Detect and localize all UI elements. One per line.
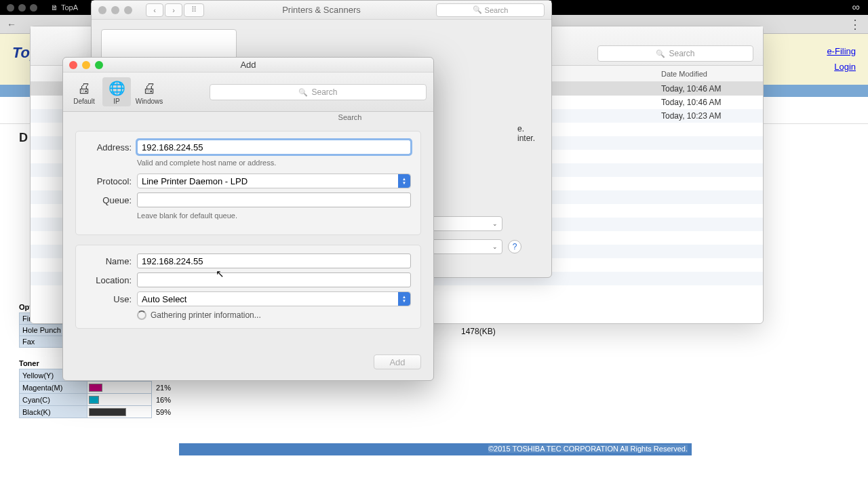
use-select[interactable]: Auto Select [137, 291, 411, 306]
efiling-link[interactable]: e-Filing [827, 46, 856, 56]
browser-tab[interactable]: 🗎 TopA [51, 3, 78, 12]
spinner-icon [137, 310, 146, 320]
menubar-right-icon: ∞ [852, 1, 861, 14]
search-icon [298, 87, 308, 97]
address-label: Address: [85, 142, 132, 152]
toner-row: Black(K)59% [20, 406, 174, 418]
column-date-modified[interactable]: Date Modified [661, 70, 763, 78]
tab-title: TopA [61, 3, 78, 12]
window-controls [7, 4, 37, 12]
queue-hint: Leave blank for default queue. [137, 211, 411, 220]
search-icon [656, 49, 665, 58]
search-icon [473, 5, 482, 14]
name-label: Name: [85, 256, 132, 266]
page-icon: 🗎 [51, 3, 58, 12]
toolbar-ip[interactable]: 🌐 IP [102, 77, 131, 106]
toner-row: Magenta(M)21% [20, 382, 174, 394]
printer-windows-icon: 🖨 [139, 79, 159, 98]
finder-search[interactable]: Search [597, 45, 753, 62]
toner-row: Cyan(C)16% [20, 394, 174, 406]
prefs-hint-text: e. inter. [517, 124, 535, 143]
location-input[interactable] [137, 272, 411, 287]
use-label: Use: [85, 294, 132, 304]
toolbar-search[interactable]: Search [210, 84, 427, 100]
prefs-search[interactable]: Search [436, 3, 545, 17]
search-label: Search [63, 112, 433, 121]
address-input[interactable] [137, 140, 411, 155]
location-label: Location: [85, 275, 132, 285]
toolbar-default[interactable]: 🖨 Default [70, 79, 98, 105]
browser-menu-icon[interactable]: ⋮ [849, 17, 861, 32]
queue-label: Queue: [85, 195, 132, 205]
add-window-title: Add [63, 60, 433, 70]
help-button[interactable]: ? [508, 240, 521, 253]
protocol-label: Protocol: [85, 176, 132, 186]
protocol-select[interactable]: Line Printer Daemon - LPD [137, 174, 411, 188]
globe-icon: 🌐 [106, 79, 127, 98]
add-printer-window: Add 🖨 Default 🌐 IP 🖨 Windows Search Sear… [62, 57, 434, 381]
address-hint: Valid and complete host name or address. [137, 159, 411, 167]
total-size: 1478(KB) [461, 327, 496, 336]
back-button[interactable]: ← [7, 19, 16, 30]
page-footer: ©2015 TOSHIBA TEC CORPORATION All Rights… [179, 443, 692, 455]
login-link[interactable]: Login [827, 62, 856, 72]
toolbar-windows[interactable]: 🖨 Windows [135, 79, 163, 105]
add-button[interactable]: Add [374, 354, 421, 369]
device-heading: D [19, 131, 28, 145]
printer-default-icon: 🖨 [74, 79, 94, 98]
gathering-status: Gathering printer information... [137, 310, 411, 320]
name-input[interactable] [137, 253, 411, 268]
queue-input[interactable] [137, 192, 411, 207]
